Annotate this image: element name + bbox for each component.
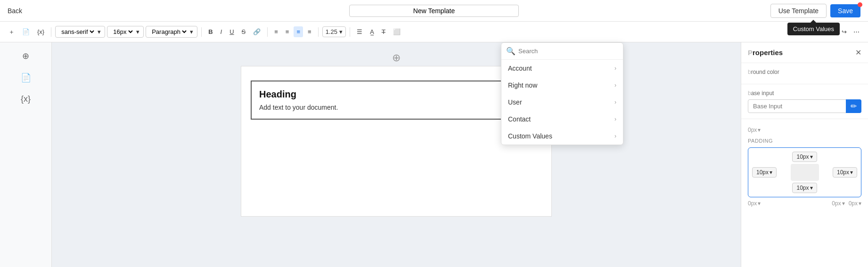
- panel-edit-button[interactable]: ✏: [846, 99, 861, 113]
- add-element-button[interactable]: ＋: [6, 26, 17, 38]
- dropdown-item-label: Contact: [508, 115, 531, 123]
- align-center-icon: ≡: [286, 28, 289, 35]
- search-icon: 🔍: [506, 47, 516, 56]
- top-bar-right: Use Template Save Custom Values: [770, 4, 860, 18]
- clear-format-button[interactable]: T̶: [379, 26, 388, 37]
- top-bar: Back Use Template Save Custom Values: [0, 0, 868, 22]
- chevron-down-icon-pad-top: ▾: [810, 154, 813, 160]
- dropdown-item-account[interactable]: Account ›: [501, 60, 623, 77]
- justify-icon: ≡: [308, 28, 311, 35]
- panel-base-label: Base Input: [748, 90, 861, 97]
- custom-values-tooltip: Custom Values: [787, 23, 840, 35]
- align-left-icon: ≡: [274, 28, 278, 35]
- font-size-select[interactable]: 16px ▾: [107, 26, 144, 38]
- padding-bottom-button[interactable]: 10px ▾: [792, 183, 817, 193]
- chevron-down-icon-margin-left: ▾: [758, 200, 761, 207]
- more-options-button[interactable]: ⋯: [851, 26, 862, 37]
- custom-values-dropdown: 🔍 Account › Right now › User › Contact ›…: [501, 42, 623, 145]
- variable-icon-button[interactable]: {x}: [34, 26, 47, 37]
- list-button[interactable]: ☰: [354, 26, 365, 37]
- link-icon: 🔗: [253, 28, 261, 35]
- top-bar-left: Back: [8, 7, 22, 15]
- padding-grid: 10px ▾ 10px ▾ 10px ▾: [748, 147, 861, 197]
- paragraph-dropdown[interactable]: Paragraph: [150, 28, 188, 36]
- redo-button[interactable]: ↪: [839, 26, 850, 37]
- padding-label: PADDING: [748, 138, 861, 144]
- panel-title-prefix: P: [748, 49, 753, 57]
- strikethrough-button[interactable]: S: [239, 26, 249, 37]
- panel-background-section: bround color: [741, 63, 868, 84]
- padding-top-row: 10px ▾: [752, 152, 857, 162]
- font-size-dropdown[interactable]: 16px: [111, 28, 134, 36]
- panel-close-button[interactable]: ✕: [855, 48, 861, 57]
- dropdown-item-label: Account: [508, 65, 532, 72]
- use-template-button[interactable]: Use Template: [770, 4, 827, 18]
- page-icon: 📄: [22, 28, 30, 35]
- plus-icon: ＋: [8, 28, 15, 36]
- padding-center-box: [791, 164, 819, 181]
- base-input-field[interactable]: [748, 99, 861, 113]
- toolbar-separator-3: [267, 27, 268, 37]
- sidebar-page-button[interactable]: 📄: [18, 70, 34, 86]
- chevron-right-icon-rightnow: ›: [614, 82, 616, 89]
- back-button[interactable]: Back: [8, 7, 22, 15]
- template-title-input[interactable]: [349, 5, 519, 17]
- text-color-button[interactable]: A̲: [367, 26, 377, 37]
- variable-icon-side: {x}: [21, 94, 31, 104]
- bold-button[interactable]: B: [205, 26, 215, 37]
- sidebar-variable-button[interactable]: {x}: [18, 91, 33, 107]
- chevron-down-icon-pad-right: ▾: [850, 169, 853, 176]
- toolbar-separator-4: [318, 27, 319, 37]
- margin-left-button[interactable]: 0px ▾: [748, 200, 761, 207]
- add-block-button[interactable]: ⊕: [392, 52, 401, 64]
- chevron-down-icon-2: ▾: [136, 28, 139, 35]
- toolbar-separator-2: [201, 27, 202, 37]
- padding-right-button[interactable]: 10px ▾: [833, 167, 857, 178]
- right-panel: Properties ✕ bround color Base Input ✏: [741, 42, 868, 267]
- line-height-select[interactable]: 1.25 ▾: [322, 26, 346, 37]
- dropdown-search-input[interactable]: [518, 48, 618, 55]
- align-center-button[interactable]: ≡: [283, 26, 292, 37]
- italic-button[interactable]: I: [218, 26, 225, 37]
- save-button[interactable]: Save: [830, 4, 860, 17]
- padding-bottom-row: 10px ▾: [752, 183, 857, 193]
- dropdown-item-label: Right now: [508, 81, 537, 89]
- align-right-icon: ≡: [296, 28, 300, 35]
- variable-icon: {x}: [37, 28, 44, 35]
- sidebar-add-button[interactable]: ⊕: [19, 48, 32, 64]
- align-left-button[interactable]: ≡: [271, 26, 281, 37]
- chevron-right-icon-account: ›: [614, 65, 616, 72]
- canvas-area: ⊕ Heading Add text to your document.: [52, 42, 741, 267]
- dropdown-item-rightnow[interactable]: Right now ›: [501, 77, 623, 94]
- margin-right-bottom-group: 0px ▾ 0px ▾: [832, 200, 861, 207]
- list-icon: ☰: [357, 28, 362, 35]
- chevron-down-icon-margin-bottom: ▾: [842, 200, 845, 207]
- dropdown-item-customvalues[interactable]: Custom Values ›: [501, 128, 623, 145]
- pencil-icon: ✏: [851, 102, 857, 111]
- margin-top-button[interactable]: 0px ▾: [748, 127, 761, 133]
- main-area: ⊕ 📄 {x} ⊕ Heading Add text to your docum…: [0, 42, 868, 267]
- font-family-select[interactable]: sans-serif ▾: [55, 26, 105, 38]
- margin-right-button[interactable]: 0px ▾: [849, 200, 861, 207]
- panel-base-input-section: Base Input ✏: [741, 84, 868, 119]
- padding-left-button[interactable]: 10px ▾: [752, 167, 777, 178]
- paragraph-style-select[interactable]: Paragraph ▾: [146, 26, 197, 38]
- media-button[interactable]: ⬜: [390, 26, 403, 37]
- link-button[interactable]: 🔗: [250, 26, 263, 37]
- media-icon: ⬜: [393, 28, 401, 35]
- margin-bottom-button[interactable]: 0px ▾: [832, 200, 844, 207]
- dropdown-item-user[interactable]: User ›: [501, 94, 623, 111]
- dropdown-search-bar[interactable]: 🔍: [501, 43, 623, 60]
- margin-bottom-section: 0px ▾ 0px ▾ 0px ▾: [748, 200, 861, 207]
- padding-top-button[interactable]: 10px ▾: [792, 152, 817, 162]
- underline-button[interactable]: U: [227, 26, 237, 37]
- align-right-button[interactable]: ≡: [294, 26, 303, 37]
- chevron-right-icon-user: ›: [614, 99, 616, 105]
- chevron-right-icon-custom: ›: [614, 133, 616, 139]
- dropdown-item-contact[interactable]: Contact ›: [501, 111, 623, 128]
- font-family-dropdown[interactable]: sans-serif: [59, 28, 96, 36]
- justify-button[interactable]: ≡: [305, 26, 314, 37]
- padding-section: 0px ▾ PADDING 10px ▾ 10px ▾: [741, 119, 868, 212]
- padding-mid-row: 10px ▾ 10px ▾: [752, 164, 857, 181]
- page-icon-button[interactable]: 📄: [19, 26, 33, 37]
